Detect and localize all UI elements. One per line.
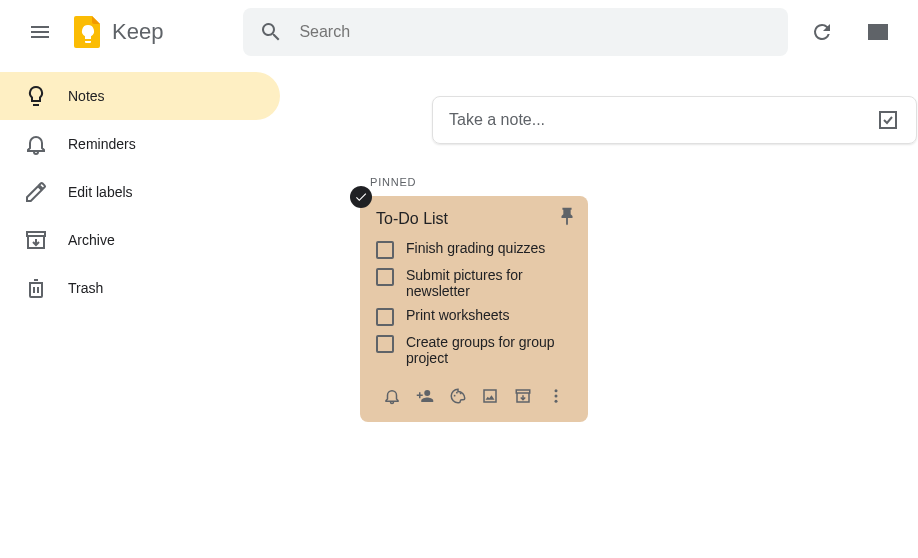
take-note-bar[interactable]: Take a note... <box>432 96 917 144</box>
checkbox[interactable] <box>376 241 394 259</box>
checklist-item-text: Submit pictures for newsletter <box>406 267 572 299</box>
checklist-item[interactable]: Finish grading quizzes <box>376 240 572 259</box>
take-note-actions <box>876 108 900 132</box>
take-note-placeholder: Take a note... <box>449 111 876 129</box>
sidebar-item-label: Trash <box>68 280 103 296</box>
more-vert-icon <box>547 387 565 405</box>
sidebar-item-archive[interactable]: Archive <box>0 216 280 264</box>
checklist-item-text: Create groups for group project <box>406 334 572 366</box>
more-button[interactable] <box>540 380 572 412</box>
person-add-icon <box>416 387 434 405</box>
remind-me-button[interactable] <box>376 380 408 412</box>
background-options-button[interactable] <box>442 380 474 412</box>
pin-icon <box>556 206 578 228</box>
select-note-button[interactable] <box>350 186 372 208</box>
add-image-button[interactable] <box>474 380 506 412</box>
keep-logo-icon <box>68 12 108 52</box>
checkbox[interactable] <box>376 308 394 326</box>
checkbox[interactable] <box>376 268 394 286</box>
archive-note-button[interactable] <box>507 380 539 412</box>
sidebar-item-label: Edit labels <box>68 184 133 200</box>
checklist-item[interactable]: Print worksheets <box>376 307 572 326</box>
checklist-item[interactable]: Create groups for group project <box>376 334 572 366</box>
archive-icon <box>514 387 532 405</box>
checklist-item[interactable]: Submit pictures for newsletter <box>376 267 572 299</box>
sidebar-item-notes[interactable]: Notes <box>0 72 280 120</box>
app-logo[interactable]: Keep <box>68 12 163 52</box>
sidebar-item-edit-labels[interactable]: Edit labels <box>0 168 280 216</box>
main-content: Take a note... PINNED To-Do List Finish … <box>280 64 918 558</box>
view-toggle-button[interactable] <box>854 8 902 56</box>
list-view-icon <box>866 20 890 44</box>
note-toolbar <box>376 374 572 418</box>
sidebar-item-reminders[interactable]: Reminders <box>0 120 280 168</box>
sidebar-item-label: Archive <box>68 232 115 248</box>
header-actions <box>798 8 902 56</box>
sidebar-item-trash[interactable]: Trash <box>0 264 280 312</box>
hamburger-icon <box>28 20 52 44</box>
checklist: Finish grading quizzes Submit pictures f… <box>376 240 572 366</box>
checklist-item-text: Print worksheets <box>406 307 509 323</box>
pin-button[interactable] <box>556 206 578 228</box>
checkbox-icon <box>876 108 900 132</box>
bell-icon <box>12 132 60 156</box>
trash-icon <box>12 276 60 300</box>
pencil-icon <box>12 180 60 204</box>
svg-point-5 <box>554 400 557 403</box>
palette-icon <box>449 387 467 405</box>
main-menu-button[interactable] <box>16 8 64 56</box>
note-title: To-Do List <box>376 210 572 228</box>
svg-point-2 <box>459 392 461 394</box>
svg-point-0 <box>453 395 455 397</box>
lightbulb-icon <box>12 84 60 108</box>
header: Keep <box>0 0 918 64</box>
bell-plus-icon <box>383 387 401 405</box>
collaborator-button[interactable] <box>409 380 441 412</box>
sidebar: Notes Reminders Edit labels Archive Tras… <box>0 64 280 558</box>
refresh-button[interactable] <box>798 8 846 56</box>
new-list-button[interactable] <box>876 108 900 132</box>
check-icon <box>354 190 368 204</box>
search-bar[interactable] <box>243 8 788 56</box>
pinned-section-label: PINNED <box>370 176 918 188</box>
svg-point-3 <box>554 389 557 392</box>
image-icon <box>481 387 499 405</box>
checklist-item-text: Finish grading quizzes <box>406 240 545 256</box>
archive-icon <box>12 228 60 252</box>
body: Notes Reminders Edit labels Archive Tras… <box>0 64 918 558</box>
svg-point-4 <box>554 395 557 398</box>
app-name: Keep <box>112 19 163 45</box>
note-card[interactable]: To-Do List Finish grading quizzes Submit… <box>360 196 588 422</box>
sidebar-item-label: Notes <box>68 88 105 104</box>
refresh-icon <box>810 20 834 44</box>
search-icon <box>259 20 283 44</box>
sidebar-item-label: Reminders <box>68 136 136 152</box>
search-input[interactable] <box>299 23 772 41</box>
checkbox[interactable] <box>376 335 394 353</box>
svg-point-1 <box>456 392 458 394</box>
